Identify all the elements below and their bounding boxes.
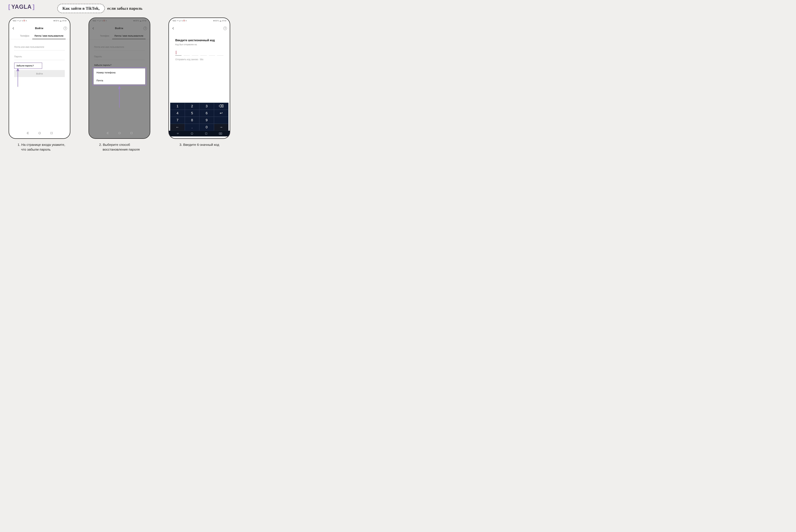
key-blank[interactable] — [214, 117, 229, 124]
status-bar: Tele2 ⁴ᴳ ₄ıl ℕ ⏰ ✈ ✱ 93 % ▬ 07:43 — [9, 18, 70, 23]
nav-home-icon[interactable] — [38, 132, 41, 134]
key-dot[interactable]: . — [185, 124, 200, 131]
nav-back-icon[interactable] — [106, 132, 109, 134]
code-header: Введите шестизначный код Код был отправл… — [175, 39, 223, 46]
nav-recent-icon[interactable] — [205, 132, 207, 135]
resend-row: Отправить код заново 58s — [175, 58, 223, 61]
nav-down-icon[interactable] — [176, 132, 179, 135]
recovery-sheet: Номер телефона Почта — [94, 69, 145, 84]
phones-row: Tele2 ⁴ᴳ ₄ıl ℕ ⏰ ✈ ✱ 93 % ▬ 07:43 Войти … — [0, 16, 239, 152]
username-field[interactable]: Почта или имя пользователя — [14, 43, 65, 51]
title-tail: если забыл пароль — [107, 6, 143, 11]
status-right: ✱ 93 % ▬ 07:43 — [54, 20, 67, 22]
key-0[interactable]: 0 — [199, 124, 214, 131]
key-5[interactable]: 5 — [185, 110, 200, 117]
recovery-sheet-highlight: Номер телефона Почта — [93, 67, 146, 86]
status-icons: ℕ ⏰ ✈ — [22, 20, 27, 22]
screen-title: Войти — [15, 27, 63, 30]
key-4[interactable]: 4 — [170, 110, 185, 117]
code-slot-2[interactable] — [184, 50, 190, 56]
back-icon[interactable] — [172, 27, 175, 30]
battery-icon: ▬ — [60, 20, 61, 22]
nav-recent-icon[interactable] — [50, 132, 53, 134]
status-left: Tele2 ⁴ᴳ ₄ıl ℕ ⏰ ✈ — [13, 20, 27, 22]
title-pill: Как зайти в TikTok, — [57, 4, 105, 13]
recovery-option-phone[interactable]: Номер телефона — [94, 69, 145, 76]
app-header: ? — [169, 25, 230, 32]
clock: 07:43 — [222, 20, 226, 22]
phone-mock-1: Tele2 ⁴ᴳ ₄ıl ℕ ⏰ ✈ ✱ 93 % ▬ 07:43 Войти … — [8, 18, 70, 139]
back-icon[interactable] — [12, 27, 15, 30]
login-tabs: Телефон Почта / имя пользователя — [9, 33, 70, 39]
status-icons: ℕ ⏰ ✈ — [182, 20, 187, 22]
nav-home-icon[interactable] — [118, 132, 121, 134]
nav-keyboard-icon[interactable] — [219, 132, 222, 135]
carrier: Tele2 — [13, 20, 16, 22]
recovery-option-email[interactable]: Почта — [94, 76, 145, 84]
help-icon[interactable]: ? — [63, 26, 67, 30]
page-title: Как зайти в TikTok, если забыл пароль — [57, 4, 142, 13]
key-1[interactable]: 1 — [170, 103, 185, 110]
tab-phone[interactable]: Телефон — [17, 33, 32, 39]
bracket-left-icon: [ — [7, 3, 11, 10]
code-slot-3[interactable] — [192, 50, 198, 56]
login-button[interactable]: Войти — [14, 70, 65, 77]
code-slot-6[interactable] — [217, 50, 223, 56]
header: [YAGLA] Как зайти в TikTok, если забыл п… — [0, 0, 239, 16]
battery-icon: ▬ — [220, 20, 221, 22]
key-backspace[interactable]: ⌫ — [214, 103, 229, 110]
caption-1: 1. На странице входа укажите, что забыли… — [18, 142, 65, 152]
phone-col-3: Tele2⁴ᴳ ₄ılℕ ⏰ ✈ ✱ 93 %▬07:43 ? Введите … — [167, 18, 232, 152]
resend-label[interactable]: Отправить код заново — [175, 58, 198, 61]
code-slot-4[interactable] — [201, 50, 207, 56]
help-icon[interactable]: ? — [223, 26, 227, 30]
svg-point-0 — [39, 132, 41, 134]
caption-1-line1: 1. На странице входа укажите, — [18, 142, 65, 147]
carrier: Tele2 — [172, 20, 176, 22]
android-navbar — [9, 130, 70, 136]
nav-back-icon[interactable] — [26, 132, 29, 134]
code-slot-5[interactable] — [209, 50, 215, 56]
key-2[interactable]: 2 — [185, 103, 200, 110]
svg-rect-3 — [131, 132, 132, 134]
svg-rect-5 — [205, 133, 207, 134]
signal-icon: ⁴ᴳ ₄ıl — [17, 20, 21, 22]
caption-2: 2. Выберите способ восстановления пароля — [99, 142, 140, 152]
code-input[interactable] — [175, 50, 223, 56]
caption-3: 3. Введите 6-значный код — [179, 142, 219, 147]
battery-text: ✱ 93 % — [213, 20, 219, 22]
caption-1-line2: что забыли пароль — [18, 147, 65, 152]
status-bar: Tele2⁴ᴳ ₄ılℕ ⏰ ✈ ✱ 93 %▬07:43 — [169, 18, 230, 23]
brand-text: YAGLA — [11, 3, 32, 10]
brand-logo: [YAGLA] — [7, 3, 36, 10]
phone-col-2: Tele2⁴ᴳ ₄ılℕ ⏰ ✈ ✱ 93 %▬07:43 Войти ? Те… — [87, 18, 152, 152]
bracket-right-icon: ] — [32, 3, 36, 10]
numeric-keypad: 1 2 3 ⌫ 4 5 6 ↩ 7 8 9 ← — [170, 103, 228, 131]
key-6[interactable]: 6 — [199, 110, 214, 117]
app-header: Войти ? — [9, 25, 70, 32]
caption-2-line1: 2. Выберите способ — [99, 142, 140, 147]
android-navbar — [89, 130, 150, 136]
android-navbar — [169, 131, 230, 136]
caption-2-line2: восстановления пароля — [99, 147, 140, 152]
forgot-password-link[interactable]: Забыли пароль? — [14, 62, 42, 69]
svg-point-2 — [119, 132, 120, 134]
code-slot-1[interactable] — [175, 50, 182, 56]
phone-mock-3: Tele2⁴ᴳ ₄ılℕ ⏰ ✈ ✱ 93 %▬07:43 ? Введите … — [168, 18, 230, 139]
login-form: Почта или имя пользователя Пароль Забыли… — [14, 43, 65, 77]
key-7[interactable]: 7 — [170, 117, 185, 124]
key-next[interactable]: → — [214, 124, 229, 131]
code-title: Введите шестизначный код — [175, 39, 223, 42]
key-8[interactable]: 8 — [185, 117, 200, 124]
nav-recent-icon[interactable] — [130, 132, 133, 134]
nav-home-icon[interactable] — [191, 132, 193, 135]
key-9[interactable]: 9 — [199, 117, 214, 124]
tab-email[interactable]: Почта / имя пользователя — [32, 33, 65, 39]
svg-point-4 — [191, 133, 193, 134]
text-cursor-icon — [176, 51, 176, 54]
key-enter[interactable]: ↩ — [214, 110, 229, 117]
password-field[interactable]: Пароль — [14, 53, 65, 60]
signal-icon: ⁴ᴳ ₄ıl — [177, 20, 181, 22]
key-prev[interactable]: ← — [170, 124, 185, 131]
key-3[interactable]: 3 — [199, 103, 214, 110]
